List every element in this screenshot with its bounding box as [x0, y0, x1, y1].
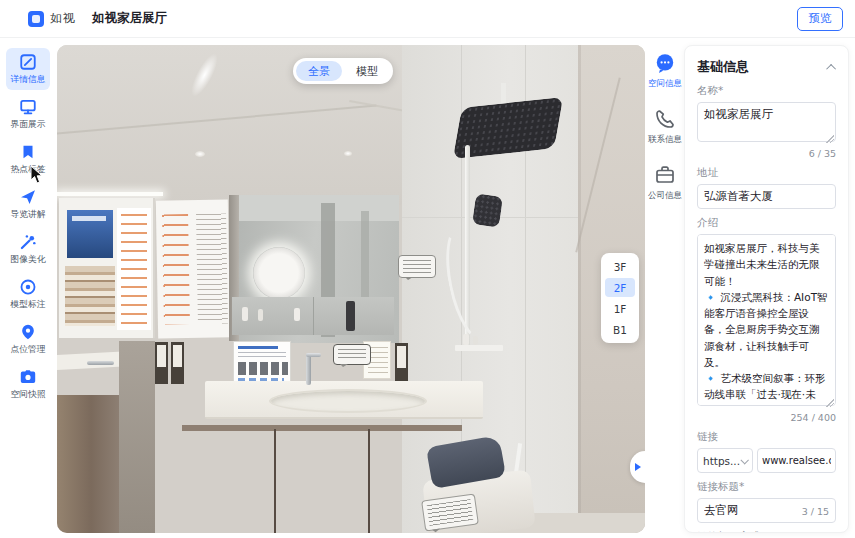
sidebar-item-label: 界面展示 [11, 119, 46, 131]
sidebar-item-label: 点位管理 [11, 344, 46, 356]
scene-color-swatches [65, 266, 115, 326]
sidebar-item-interface-display[interactable]: 界面展示 [6, 93, 50, 135]
scene-info-sheet [117, 208, 151, 330]
screen-display-icon [19, 98, 37, 116]
scene-left-cabinet [57, 395, 119, 533]
scene-brochure-holder [395, 343, 408, 385]
scene-shower-shelf [455, 345, 503, 351]
sidebar-item-label: 模型标注 [11, 299, 46, 311]
name-counter: 6 / 35 [697, 148, 836, 159]
model-annotation-icon [19, 278, 37, 296]
image-beautify-icon [19, 233, 37, 251]
briefcase-icon [654, 164, 676, 186]
scene-vanity-cabinet [182, 429, 462, 533]
chat-bubble-icon [654, 52, 676, 74]
mode-panorama[interactable]: 全景 [296, 61, 342, 81]
guide-plane-icon [19, 188, 37, 206]
scene-bottle [463, 334, 469, 345]
floor-2f[interactable]: 2F [605, 278, 635, 297]
tab-space-info[interactable]: 空间信息 [648, 52, 682, 90]
url-input[interactable] [757, 448, 836, 473]
scene-led-strip [57, 192, 163, 196]
scene-bottle [242, 307, 248, 321]
scene-left-mirror [119, 341, 155, 533]
intro-label: 介绍 [697, 216, 836, 230]
hotspot-tag-icon [19, 143, 37, 161]
sidebar-item-guide-tour[interactable]: 导览讲解 [6, 183, 50, 225]
sidebar-item-hotspot-tag[interactable]: 热点标签 [6, 138, 50, 180]
link-title-label: 链接标题* [697, 480, 836, 494]
name-input[interactable]: 如视家居展厅 [697, 102, 836, 142]
floor-selector: 3F 2F 1F B1 [601, 253, 639, 343]
protocol-select[interactable]: https... [697, 448, 753, 473]
app-logo: 如视 [28, 10, 76, 27]
scene-mirror-reflection [239, 195, 399, 221]
scene-brochure-holder [155, 342, 168, 384]
panorama-viewer[interactable]: 全景 模型 3F 2F 1F B1 [57, 45, 645, 533]
detail-edit-icon [19, 53, 37, 71]
link-label: 链接 [697, 430, 836, 444]
scene-round-led-mirror [253, 247, 305, 299]
tab-company-info[interactable]: 公司信息 [648, 164, 682, 202]
scene-faucet [306, 353, 311, 385]
scene-spotlight [195, 151, 205, 157]
address-input[interactable] [697, 184, 836, 209]
address-label: 地址 [697, 166, 836, 180]
logo-icon [28, 11, 44, 27]
scene-basin [269, 389, 427, 413]
scene-handheld-shower [472, 193, 503, 227]
tab-label: 空间信息 [648, 78, 682, 90]
sidebar-item-label: 详情信息 [11, 74, 46, 86]
topbar: 如视 如视家居展厅 预览 [0, 0, 855, 38]
sidebar-item-image-beautify[interactable]: 图像美化 [6, 228, 50, 270]
intro-textarea[interactable]: 如视家居展厅，科技与美学碰撞出未来生活的无限可能！ 🔹 沉浸式黑科技：AIoT智… [697, 234, 836, 406]
sidebar-item-label: 图像美化 [11, 254, 46, 266]
location-pin-icon [19, 323, 37, 341]
info-tabs-nav: 空间信息 联系信息 公司信息 [648, 52, 682, 220]
sidebar-item-detail-info[interactable]: 详情信息 [6, 48, 50, 90]
sidebar-item-label: 热点标签 [11, 164, 46, 176]
sidebar-item-label: 空间快照 [11, 389, 46, 401]
scene-speech-bubble-sticker [333, 344, 371, 365]
scene-blue-poster [67, 210, 113, 258]
preview-button[interactable]: 预览 [797, 7, 843, 31]
scene-mirror-seam [313, 297, 314, 335]
tab-label: 公司信息 [648, 190, 682, 202]
scene-left-faucet [87, 361, 114, 365]
scene-display-board [59, 198, 155, 338]
view-mode-toggle: 全景 模型 [293, 58, 393, 84]
scene-vanity-shelf [232, 297, 394, 335]
name-label: 名称* [697, 84, 836, 98]
sidebar-item-model-annotation[interactable]: 模型标注 [6, 273, 50, 315]
mode-model[interactable]: 模型 [344, 61, 390, 81]
page-title: 如视家居展厅 [92, 10, 167, 27]
scene-bottle [473, 336, 478, 345]
scene-speech-bubble-sticker [398, 255, 436, 278]
link-open-mode-label: 链接打开方式 [697, 530, 836, 533]
left-sidebar: 详情信息 界面展示 热点标签 导览讲解 图像美化 模型标注 点位管理 空间快照 [6, 48, 50, 408]
scene-product-sheets [156, 199, 230, 338]
camera-icon [19, 368, 37, 386]
phone-icon [654, 108, 676, 130]
chevron-down-icon [740, 456, 748, 464]
tab-contact-info[interactable]: 联系信息 [648, 108, 682, 146]
scene-brochure-holder [171, 342, 184, 384]
sidebar-item-space-snapshot[interactable]: 空间快照 [6, 363, 50, 405]
floor-b1[interactable]: B1 [605, 320, 635, 339]
logo-text: 如视 [50, 10, 76, 27]
scene-bottle [258, 309, 263, 321]
collapse-chevron-icon[interactable] [826, 63, 836, 73]
section-title: 基础信息 [697, 58, 749, 76]
floor-3f[interactable]: 3F [605, 257, 635, 276]
floor-1f[interactable]: 1F [605, 299, 635, 318]
scene-bottle [294, 308, 300, 321]
sidebar-item-label: 导览讲解 [11, 209, 46, 221]
intro-counter: 254 / 400 [697, 412, 836, 423]
basic-info-panel: 基础信息 名称* 如视家居展厅 6 / 35 地址 介绍 如视家居展厅，科技与美… [684, 45, 849, 533]
tab-label: 联系信息 [648, 134, 682, 146]
scene-spotlight [344, 151, 352, 156]
protocol-value: https... [703, 455, 740, 467]
link-title-input[interactable] [697, 498, 836, 523]
scene-display-stand [346, 301, 355, 331]
sidebar-item-point-management[interactable]: 点位管理 [6, 318, 50, 360]
